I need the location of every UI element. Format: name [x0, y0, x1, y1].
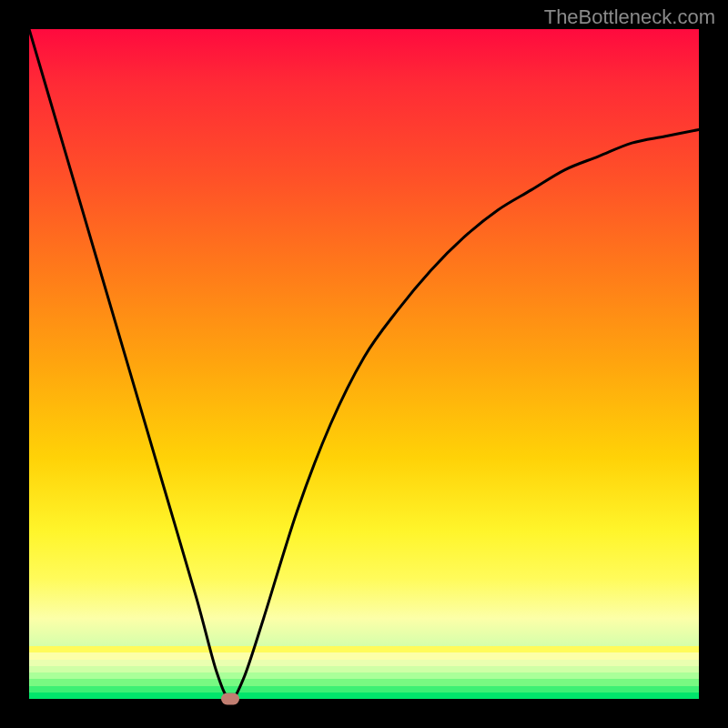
- plot-area: [29, 29, 699, 699]
- curve-svg: [29, 29, 699, 699]
- curve-path: [29, 29, 699, 699]
- watermark-text: TheBottleneck.com: [544, 5, 715, 29]
- chart-frame: TheBottleneck.com: [0, 0, 728, 728]
- minimum-marker: [221, 693, 239, 705]
